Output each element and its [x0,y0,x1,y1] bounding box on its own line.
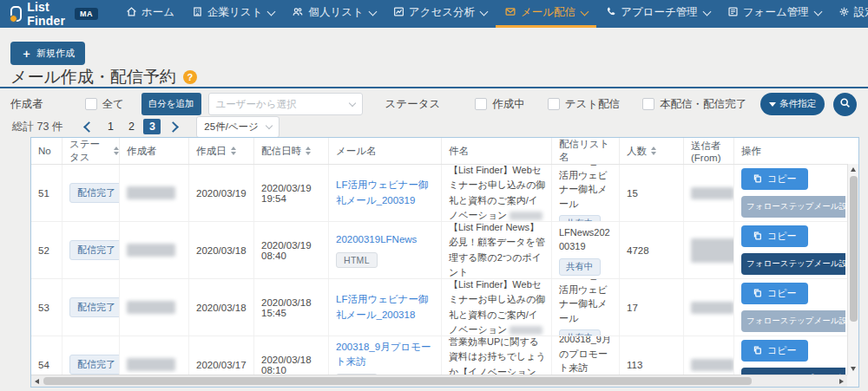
cell-subject: 【List Finder】Webセミナーお申し込みの御礼と資料のご案内/イノベー… [442,165,552,221]
sort-icon[interactable] [231,147,236,155]
nav-label: 企業リスト [207,5,262,20]
nav-label: メール配信 [521,5,575,20]
nav-item-mail-delivery[interactable]: メール配信 [496,0,596,28]
status-test-delivery-checkbox[interactable]: テスト配信 [548,97,620,112]
shared-badge: 共有中 [559,258,601,276]
nav-label: アプローチ管理 [621,5,698,20]
cell-count: 15 [620,165,684,221]
cell-operation: コピー フォローステップメール設定 [734,222,845,278]
sort-icon[interactable] [651,147,656,155]
checkbox-icon[interactable] [475,98,487,110]
redacted-creator [127,244,175,257]
mail-name-link[interactable]: LF活用ウェビナー御礼メール_200318 [336,292,436,323]
add-self-button[interactable]: 自分を追加 [141,93,201,115]
header-status[interactable]: ステータス [62,138,120,164]
copy-button[interactable]: コピー [741,340,808,362]
horizontal-scrollbar-thumb[interactable] [43,377,752,385]
page-number-3-active[interactable]: 3 [143,119,161,134]
chevron-down-icon [266,121,273,128]
condition-button[interactable]: 条件指定 [760,93,825,115]
creator-all-label: 全て [102,97,124,112]
chevron-down-icon [813,7,822,16]
phone-icon [605,6,616,20]
nav-item-personal-list[interactable]: 個人リスト [283,0,384,28]
mail-name-link[interactable]: LF活用ウェビナー御礼メール_200319 [336,178,436,208]
mail-name-link[interactable]: 200318_9月プロモート来訪 [336,340,436,370]
plus-icon: ＋ [21,49,32,58]
copy-button[interactable]: コピー [741,283,808,304]
copy-button[interactable]: コピー [741,225,808,247]
gear-icon [838,6,850,20]
vertical-scrollbar-thumb[interactable] [850,176,858,322]
prev-page-icon[interactable] [83,121,95,133]
status-badge: 配信完了 [69,240,120,260]
help-icon[interactable]: ? [183,70,197,84]
header-from: 送信者(From) [684,138,734,164]
page-number-2[interactable]: 2 [122,119,140,134]
copy-button[interactable]: コピー [741,168,808,190]
scroll-up-icon[interactable] [851,167,856,172]
nav-item-settings[interactable]: 設定 [830,0,868,28]
search-button[interactable] [833,93,857,116]
follow-step-mail-button[interactable]: フォローステップメール設定 [741,310,845,332]
header-operation: 操作 [734,138,845,164]
header-count[interactable]: 人数 [620,138,684,164]
redacted-sender [691,359,734,371]
total-count-label: 総計 73 件 [12,120,62,134]
chevron-down-icon [267,7,276,16]
nav-item-form-management[interactable]: フォーム管理 [719,0,830,28]
checkbox-icon[interactable] [642,98,654,110]
scroll-left-icon[interactable] [35,379,39,384]
cell-created-date: 2020/03/18 [189,222,254,278]
creator-all-checkbox[interactable]: 全て [85,97,124,112]
cell-subject: 【List Finder News】必見！顧客データを管理する際の2つのポイント [442,222,552,278]
search-icon [839,97,851,111]
cell-status: 配信完了 [62,279,120,336]
cell-subject: 【List Finder】Webセミナーお申し込みの御礼と資料のご案内/イノベー… [442,279,552,336]
mail-table: No ステータス 作成者 作成日 配信日時 メール名 件名 配信リスト名 人数 … [30,137,859,388]
cell-operation: コピー フォローステップメール設定 [734,279,845,336]
follow-step-mail-button[interactable]: フォローステップメール設定 [741,196,845,218]
nav-item-approach-management[interactable]: アプローチ管理 [596,0,719,28]
status-delivered-checkbox[interactable]: 本配信・配信完了 [642,97,746,112]
sort-icon[interactable] [114,147,119,155]
user-select-placeholder: ユーザーから選択 [216,98,297,111]
top-navbar: List Finder MA ホーム 企業リスト 個人リスト アクセス分析 メー… [0,0,868,28]
user-select-dropdown[interactable]: ユーザーから選択 [208,93,363,115]
cell-no: 53 [31,279,62,336]
chevron-down-icon [581,7,589,16]
cell-created-date: 2020/03/19 [189,165,254,221]
form-icon [727,6,739,20]
header-created-date[interactable]: 作成日 [189,138,254,164]
vertical-scrollbar[interactable] [847,164,858,375]
header-delivery-datetime[interactable]: 配信日時 [254,138,329,164]
horizontal-scrollbar[interactable] [31,375,847,387]
nav-item-home[interactable]: ホーム [117,0,183,28]
chevron-down-icon [348,99,355,106]
triangle-down-icon [769,102,776,107]
brand-logo[interactable]: List Finder MA [10,0,98,28]
page-number-1[interactable]: 1 [102,119,119,134]
mail-name-link[interactable]: 20200319LFNews [336,232,417,247]
status-badge: 配信完了 [69,183,120,203]
scroll-down-icon[interactable] [851,367,856,371]
status-creating-checkbox[interactable]: 作成中 [475,97,525,112]
scroll-right-icon[interactable] [839,379,844,384]
new-create-button[interactable]: ＋ 新規作成 [10,42,85,65]
nav-item-company-list[interactable]: 企業リスト [183,0,283,28]
cell-list-name: 200318_LF活用ウェビナー御礼メール共有中 [552,279,620,336]
cell-from [684,279,734,336]
cell-creator [120,165,189,221]
cell-delivery-datetime: 2020/03/18 15:45 [254,279,329,336]
cell-creator [120,279,189,336]
chevron-down-icon [480,7,489,16]
copy-icon [753,231,762,242]
brand-name: List Finder [27,0,69,28]
next-page-icon[interactable] [168,121,179,133]
sort-icon[interactable] [306,147,311,155]
nav-item-access-analysis[interactable]: アクセス分析 [385,0,496,28]
checkbox-icon[interactable] [85,98,97,110]
follow-step-mail-button[interactable]: フォローステップメール設定 [741,253,845,275]
checkbox-icon[interactable] [548,98,560,110]
per-page-select[interactable]: 25件/ページ [196,116,279,138]
